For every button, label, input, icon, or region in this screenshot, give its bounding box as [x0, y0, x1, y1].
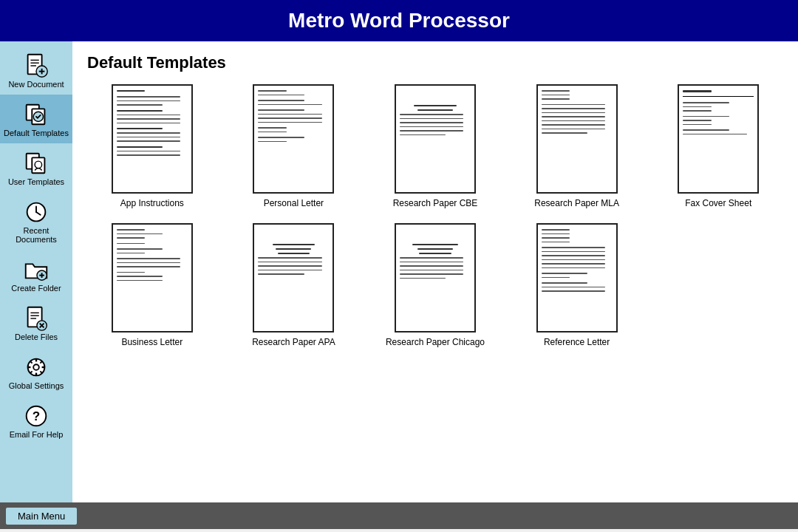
svg-text:?: ?: [33, 409, 40, 423]
sidebar-item-create-folder[interactable]: Create Folder: [0, 250, 72, 299]
template-label-business-letter: Business Letter: [121, 337, 183, 347]
global-settings-icon: [22, 353, 50, 381]
template-label-personal-letter: Personal Letter: [264, 198, 324, 208]
template-item-research-paper-chicago[interactable]: Research Paper Chicago: [370, 223, 500, 347]
bottom-bar: Main Menu: [0, 502, 798, 529]
email-for-help-icon: ?: [22, 402, 50, 430]
create-folder-icon: [22, 256, 50, 284]
template-thumbnail-research-paper-mla: [536, 84, 618, 194]
template-label-fax-cover-sheet: Fax Cover Sheet: [685, 198, 751, 208]
sidebar-item-user-templates-label: User Templates: [8, 177, 64, 186]
sidebar-item-global-settings[interactable]: Global Settings: [0, 347, 72, 396]
sidebar-item-user-templates[interactable]: User Templates: [0, 143, 72, 192]
template-item-fax-cover-sheet[interactable]: Fax Cover Sheet: [653, 84, 783, 208]
template-label-research-paper-cbe: Research Paper CBE: [393, 198, 478, 208]
sidebar-item-new-document[interactable]: New Document: [0, 46, 72, 95]
template-item-research-paper-apa[interactable]: Research Paper APA: [229, 223, 359, 347]
template-thumbnail-research-paper-cbe: [395, 84, 476, 194]
template-label-research-paper-chicago: Research Paper Chicago: [386, 337, 485, 347]
template-thumbnail-research-paper-chicago: [395, 223, 476, 332]
template-thumbnail-reference-letter: [536, 223, 618, 332]
sidebar-item-recent-documents[interactable]: Recent Documents: [0, 192, 72, 250]
template-item-reference-letter[interactable]: Reference Letter: [512, 223, 642, 347]
template-item-business-letter[interactable]: Business Letter: [87, 223, 217, 347]
template-label-app-instructions: App Instructions: [120, 198, 184, 208]
sidebar-item-default-templates[interactable]: Default Templates: [0, 95, 72, 143]
sidebar-item-email-for-help[interactable]: ? Email For Help: [0, 396, 72, 445]
template-item-app-instructions[interactable]: App Instructions: [87, 84, 217, 208]
template-thumbnail-research-paper-apa: [253, 223, 334, 332]
template-item-research-paper-mla[interactable]: Research Paper MLA: [512, 84, 642, 208]
delete-files-icon: [22, 304, 50, 332]
sidebar-item-delete-files-label: Delete Files: [15, 332, 58, 341]
template-thumbnail-app-instructions: [112, 84, 193, 194]
recent-documents-icon: [22, 198, 50, 226]
app-header: Metro Word Processor: [0, 0, 798, 41]
svg-rect-11: [32, 157, 44, 173]
sidebar-item-recent-documents-label: Recent Documents: [3, 226, 69, 244]
app-title: Metro Word Processor: [288, 9, 510, 32]
template-thumbnail-fax-cover-sheet: [678, 84, 759, 194]
template-thumbnail-business-letter: [112, 223, 193, 332]
template-thumbnail-personal-letter: [253, 84, 334, 194]
new-document-icon: [22, 52, 50, 80]
sidebar-item-default-templates-label: Default Templates: [4, 129, 69, 137]
main-content: Default Templates: [72, 41, 798, 502]
template-item-personal-letter[interactable]: Personal Letter: [229, 84, 359, 208]
user-templates-icon: [22, 149, 50, 177]
svg-point-27: [33, 364, 39, 370]
template-label-research-paper-apa: Research Paper APA: [252, 337, 335, 347]
sidebar-item-global-settings-label: Global Settings: [9, 381, 64, 390]
page-title: Default Templates: [87, 53, 783, 72]
template-label-reference-letter: Reference Letter: [544, 337, 610, 347]
sidebar: New Document Default Templates User Temp…: [0, 41, 72, 502]
sidebar-item-create-folder-label: Create Folder: [11, 284, 61, 293]
sidebar-item-delete-files[interactable]: Delete Files: [0, 299, 72, 347]
sidebar-item-new-document-label: New Document: [8, 80, 64, 89]
default-templates-icon: [22, 100, 50, 129]
template-grid: App Instructions: [87, 84, 783, 347]
template-label-research-paper-mla: Research Paper MLA: [534, 198, 619, 208]
main-menu-button[interactable]: Main Menu: [6, 508, 77, 525]
template-item-research-paper-cbe[interactable]: Research Paper CBE: [370, 84, 500, 208]
sidebar-item-email-for-help-label: Email For Help: [10, 430, 64, 439]
